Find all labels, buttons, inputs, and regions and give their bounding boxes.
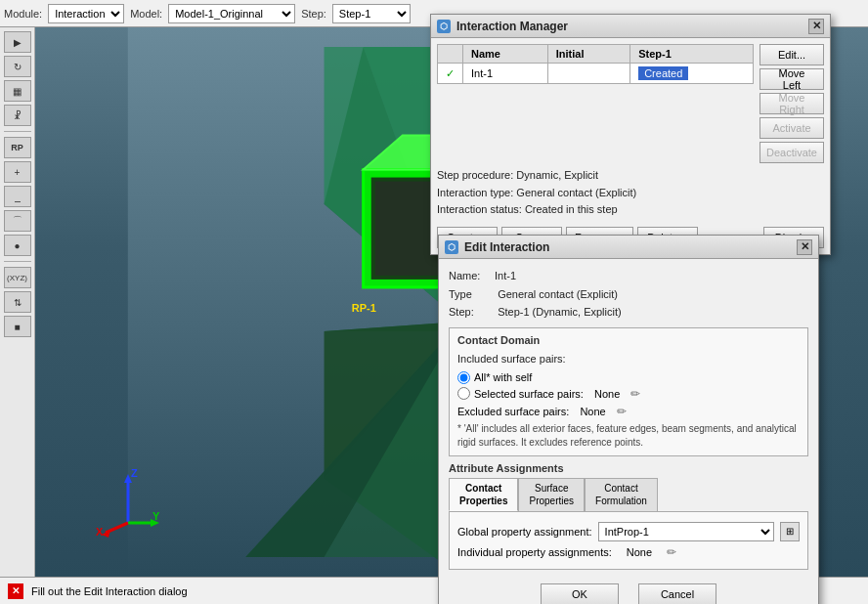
tool-datum[interactable]: ■ [4, 316, 31, 337]
global-property-label: Global property assignment: [457, 526, 592, 538]
tool-pan[interactable]: ▦ [4, 80, 31, 102]
radio-selected[interactable]: Selected surface pairs: None ✏ [457, 387, 800, 401]
excluded-label: Excluded surface pairs: [457, 406, 569, 417]
included-label: Included surface pairs: [457, 350, 800, 368]
radio-all-input[interactable] [457, 371, 470, 384]
excluded-row: Excluded surface pairs: None ✏ [457, 405, 800, 418]
tool-arc[interactable]: ⌒ [4, 210, 31, 232]
table-row[interactable]: ✓ Int-1 Created [438, 64, 754, 84]
move-left-button[interactable]: Move Left [760, 68, 824, 90]
interaction-manager-dialog: ⬡ Interaction Manager ✕ Name Initial Ste… [430, 14, 831, 255]
edit-type-row: Type General contact (Explicit) [449, 285, 808, 304]
deactivate-button[interactable]: Deactivate [760, 142, 824, 163]
radio-all-label: All* with self [474, 371, 532, 383]
step-procedure-label: Step procedure: [437, 169, 513, 181]
attribute-title: Attribute Assignments [449, 462, 808, 474]
step-procedure-value: Dynamic, Explicit [516, 169, 598, 181]
status-icon: ✕ [8, 583, 23, 599]
svg-text:Z: Z [131, 469, 138, 479]
interactions-table: Name Initial Step-1 ✓ Int-1 Created [437, 44, 754, 84]
edit-button[interactable]: Edit... [760, 44, 824, 65]
status-message: Fill out the Edit Interaction dialog [31, 585, 188, 597]
tool-line[interactable]: ⎯ [4, 186, 31, 207]
axes-indicator: Z Y X [94, 469, 162, 538]
step-info-value: Step-1 (Dynamic, Explicit) [498, 306, 622, 318]
step-select[interactable]: Step-1 [332, 4, 411, 23]
radio-selected-input[interactable] [457, 387, 470, 400]
individual-property-row: Individual property assignments: None ✏ [457, 545, 800, 559]
col-name: Name [463, 45, 548, 64]
edit-interaction-titlebar: ⬡ Edit Interaction ✕ [439, 236, 818, 259]
attribute-assignments-section: Attribute Assignments ContactProperties … [449, 462, 808, 570]
tab-surface-properties[interactable]: SurfaceProperties [518, 478, 585, 511]
edit-interaction-title: Edit Interaction [464, 240, 549, 254]
model-select[interactable]: Model-1_Originnal [168, 4, 295, 23]
name-value: Int-1 [495, 270, 516, 281]
name-label: Name: [449, 267, 492, 285]
left-sidebar: ▶ ↻ ▦ ☧ RP + ⎯ ⌒ ● (XYZ) ⇅ ■ [0, 27, 35, 577]
global-property-icon-btn[interactable]: ⊞ [780, 522, 800, 541]
individual-property-label: Individual property assignments: [457, 546, 612, 558]
move-right-button[interactable]: Move Right [760, 93, 824, 114]
step-label: Step: [301, 8, 326, 20]
selected-pairs-pencil[interactable]: ✏ [630, 387, 640, 401]
cancel-button[interactable]: Cancel [638, 583, 716, 604]
contact-domain-title: Contact Domain [457, 334, 800, 346]
interaction-manager-content: Name Initial Step-1 ✓ Int-1 Created [431, 38, 830, 254]
individual-pencil[interactable]: ✏ [667, 545, 676, 559]
tab-contact-properties[interactable]: ContactProperties [449, 478, 518, 511]
type-value: General contact (Explicit) [498, 288, 618, 300]
rp-label: RP-1 [352, 302, 376, 314]
interaction-manager-close[interactable]: ✕ [808, 19, 824, 34]
activate-button[interactable]: Activate [760, 117, 824, 139]
svg-text:X: X [96, 526, 104, 538]
contact-domain-section: Contact Domain Included surface pairs: A… [449, 327, 808, 456]
col-initial: Initial [547, 45, 629, 64]
edit-bottom-buttons: OK Cancel [449, 578, 808, 604]
im-buttons: Edit... Move Left Move Right Activate De… [754, 44, 824, 163]
edit-interaction-dialog: ⬡ Edit Interaction ✕ Name: Int-1 Type Ge… [438, 235, 819, 604]
dialog-title-icon: ⬡ [437, 20, 451, 33]
model-label: Model: [130, 8, 162, 20]
edit-step-row: Step: Step-1 (Dynamic, Explicit) [449, 303, 808, 322]
im-info: Step procedure: Dynamic, Explicit Intera… [437, 163, 824, 221]
tab-content: Global property assignment: IntProp-1 ⊞ … [449, 511, 808, 570]
individual-property-value: None [627, 546, 652, 558]
tool-select[interactable]: ▶ [4, 31, 31, 53]
row-step1: Created [630, 64, 754, 84]
col-check [438, 45, 463, 64]
tool-rotate[interactable]: ↻ [4, 56, 31, 77]
edit-dialog-icon: ⬡ [445, 240, 458, 254]
edit-interaction-close[interactable]: ✕ [797, 239, 812, 255]
edit-dialog-content: Name: Int-1 Type General contact (Explic… [439, 259, 818, 604]
svg-text:Y: Y [152, 510, 160, 522]
edit-name-row: Name: Int-1 [449, 267, 808, 285]
tool-xyz[interactable]: (XYZ) [4, 267, 31, 288]
radio-selected-label: Selected surface pairs: [474, 388, 584, 400]
type-label: Type [449, 285, 492, 304]
global-property-select[interactable]: IntProp-1 [598, 522, 774, 541]
tool-add[interactable]: + [4, 161, 31, 183]
interaction-status-label: Interaction status: [437, 203, 522, 215]
interaction-status-value: Created in this step [525, 203, 618, 215]
selected-pairs-value: None [594, 388, 620, 400]
module-select[interactable]: Interaction [48, 4, 124, 23]
radio-all-with-self[interactable]: All* with self [457, 371, 800, 384]
excluded-pencil[interactable]: ✏ [617, 405, 627, 418]
tool-rp[interactable]: RP [4, 137, 31, 158]
interaction-type-label: Interaction type: [437, 187, 513, 198]
step-info-label: Step: [449, 303, 492, 322]
interaction-manager-titlebar: ⬡ Interaction Manager ✕ [431, 15, 830, 38]
excluded-value: None [580, 406, 605, 417]
module-label: Module: [4, 8, 42, 20]
im-table-area: Name Initial Step-1 ✓ Int-1 Created [437, 44, 754, 163]
tool-point[interactable]: ● [4, 235, 31, 256]
interaction-type-value: General contact (Explicit) [516, 187, 636, 198]
interaction-manager-title: Interaction Manager [456, 20, 568, 33]
ok-button[interactable]: OK [541, 583, 619, 604]
tool-zoom[interactable]: ☧ [4, 105, 31, 126]
tool-transform[interactable]: ⇅ [4, 291, 31, 313]
row-check: ✓ [438, 64, 463, 84]
tab-contact-formulation[interactable]: ContactFormulation [585, 478, 658, 511]
tabs-container: ContactProperties SurfaceProperties Cont… [449, 478, 808, 511]
